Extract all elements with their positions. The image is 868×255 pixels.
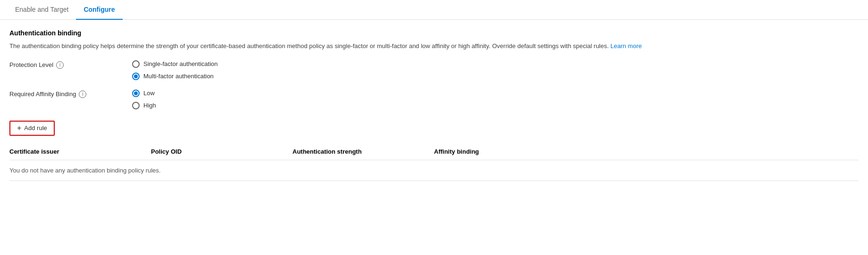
tab-configure[interactable]: Configure — [76, 0, 122, 20]
affinity-binding-label: Required Affinity Binding i — [9, 90, 132, 98]
high-affinity-label: High — [143, 102, 156, 109]
affinity-binding-radio-group: Low High — [132, 90, 156, 109]
section-description: The authentication binding policy helps … — [9, 41, 811, 51]
affinity-binding-row: Required Affinity Binding i Low High — [9, 90, 859, 109]
multi-factor-option[interactable]: Multi-factor authentication — [132, 73, 218, 80]
multi-factor-label: Multi-factor authentication — [143, 73, 214, 80]
col-spacer — [576, 148, 859, 155]
low-affinity-label: Low — [143, 90, 155, 97]
col-certificate-issuer: Certificate issuer — [9, 148, 151, 155]
description-text: The authentication binding policy helps … — [9, 42, 609, 49]
main-content: Authentication binding The authenticatio… — [0, 20, 868, 190]
affinity-binding-info-icon[interactable]: i — [79, 90, 86, 98]
single-factor-option[interactable]: Single-factor authentication — [132, 60, 218, 68]
low-affinity-option[interactable]: Low — [132, 90, 156, 97]
tab-enable-target[interactable]: Enable and Target — [8, 0, 76, 20]
form-section: Protection Level i Single-factor authent… — [9, 60, 859, 109]
high-affinity-option[interactable]: High — [132, 102, 156, 109]
empty-table-message: You do not have any authentication bindi… — [9, 160, 859, 181]
high-affinity-radio[interactable] — [132, 102, 140, 109]
protection-level-radio-group: Single-factor authentication Multi-facto… — [132, 60, 218, 80]
single-factor-label: Single-factor authentication — [143, 60, 218, 67]
single-factor-radio[interactable] — [132, 60, 140, 68]
plus-icon: + — [17, 124, 21, 132]
table-header: Certificate issuer Policy OID Authentica… — [9, 143, 859, 160]
add-rule-label: Add rule — [24, 124, 47, 132]
learn-more-link[interactable]: Learn more — [610, 42, 642, 49]
tabs-container: Enable and Target Configure — [0, 0, 868, 20]
col-policy-oid: Policy OID — [151, 148, 292, 155]
col-affinity-binding: Affinity binding — [434, 148, 576, 155]
protection-level-info-icon[interactable]: i — [56, 61, 64, 69]
col-authentication-strength: Authentication strength — [292, 148, 434, 155]
multi-factor-radio[interactable] — [132, 73, 140, 80]
low-affinity-radio[interactable] — [132, 90, 140, 97]
section-title: Authentication binding — [9, 29, 859, 37]
protection-level-label: Protection Level i — [9, 60, 132, 69]
add-rule-button[interactable]: + Add rule — [9, 121, 55, 136]
protection-level-row: Protection Level i Single-factor authent… — [9, 60, 859, 80]
